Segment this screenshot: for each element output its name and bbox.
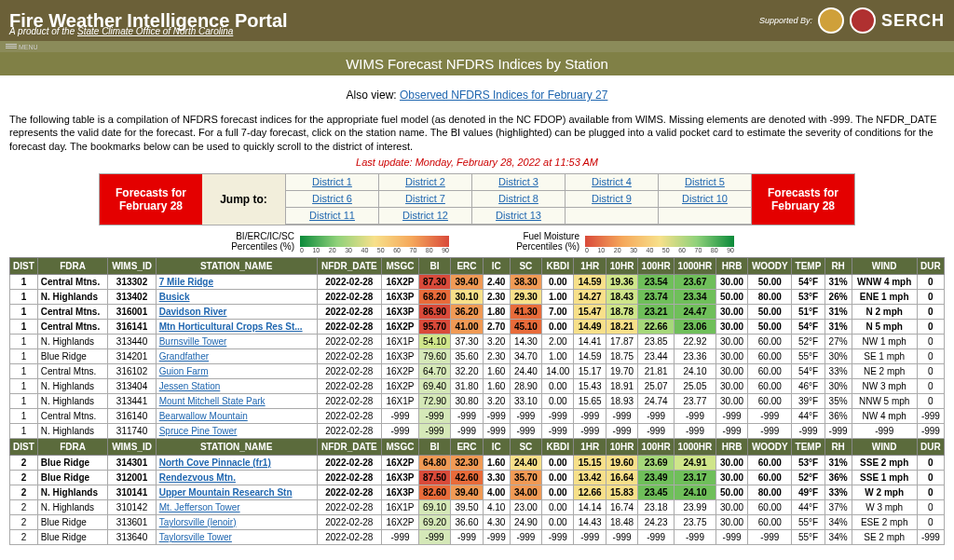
col-header: NFDR_DATE — [317, 257, 382, 274]
table-row: 1N. Highlands313440Burnsville Tower2022-… — [10, 334, 945, 348]
station-link[interactable]: Guion Farm — [159, 366, 209, 376]
district-link[interactable]: District 1 — [312, 176, 352, 187]
page-subhead: WIMS Forecast NFDRS Indices by Station — [0, 52, 954, 75]
district-link[interactable]: District 5 — [685, 176, 725, 187]
table-row: 1N. Highlands313441Mount Mitchell State … — [10, 393, 945, 408]
table-row: 1Blue Ridge314201Grandfather2022-02-2816… — [10, 348, 945, 363]
district-link[interactable]: District 7 — [405, 193, 445, 204]
col-header: TEMP — [792, 438, 825, 455]
col-header: 1000HR — [675, 438, 716, 455]
station-link[interactable]: Bearwallow Mountain — [159, 411, 248, 421]
station-link[interactable]: Davidson River — [159, 307, 227, 317]
district-link[interactable]: District 13 — [496, 210, 541, 221]
col-header: FDRA — [37, 257, 108, 274]
district-link[interactable]: District 12 — [402, 210, 448, 221]
station-link[interactable]: Busick — [159, 292, 190, 302]
district-link[interactable]: District 4 — [592, 176, 632, 187]
col-header: RH — [825, 438, 852, 455]
menu-icon[interactable] — [6, 43, 17, 50]
col-header: BI — [418, 438, 450, 455]
station-link[interactable]: Taylorsville (lenoir) — [159, 517, 237, 527]
jumpto-label: Jump to: — [202, 174, 286, 225]
col-header: KBDI — [542, 257, 574, 274]
col-header: IC — [483, 257, 510, 274]
nc-icon — [850, 7, 876, 34]
district-link[interactable]: District 6 — [312, 193, 352, 204]
table-row: 1N. Highlands311740Spruce Pine Tower2022… — [10, 423, 945, 438]
observed-link[interactable]: Observed NFDRS Indices for February 27 — [400, 89, 607, 102]
indices-table: DISTFDRAWIMS_IDSTATION_NAMENFDR_DATEMSGC… — [9, 257, 945, 545]
station-link[interactable]: Rendezvous Mtn. — [159, 472, 236, 483]
district-link[interactable]: District 8 — [498, 193, 538, 204]
table-row: 1Central Mtns.316001Davidson River2022-0… — [10, 304, 945, 319]
also-view: Also view: Observed NFDRS Indices for Fe… — [9, 89, 945, 102]
station-link[interactable]: Jessen Station — [159, 381, 221, 391]
menu-bar[interactable]: MENU — [0, 41, 954, 52]
description-text: The following table is a compilation of … — [9, 113, 945, 153]
legend-left-label: BI/ERC/IC/SC Percentiles (%) — [220, 231, 294, 252]
district-link[interactable]: District 3 — [498, 176, 538, 187]
supported-by-label: Supported By: — [759, 16, 812, 25]
gradient-fm-icon: 0102030405060708090 — [585, 236, 734, 247]
station-link[interactable]: Mtn Horticultural Crops Res St... — [159, 321, 303, 332]
col-header: MSGC — [382, 257, 419, 274]
col-header: 1HR — [574, 438, 606, 455]
subtitle-prefix: A product of the — [9, 26, 77, 36]
table-row: 1Central Mtns.316102Guion Farm2022-02-28… — [10, 363, 945, 378]
col-header: DUR — [917, 257, 944, 274]
table-row: 1N. Highlands313402Busick2022-02-2816X3P… — [10, 289, 945, 304]
col-header: MSGC — [382, 438, 419, 455]
last-update: Last update: Monday, February 28, 2022 a… — [9, 157, 945, 168]
station-link[interactable]: Mount Mitchell State Park — [159, 396, 266, 406]
station-link[interactable]: Spruce Pine Tower — [159, 426, 238, 436]
col-header: DUR — [917, 438, 944, 455]
table-row: 1Central Mtns.316140Bearwallow Mountain2… — [10, 408, 945, 423]
station-link[interactable]: Mt. Jefferson Tower — [159, 502, 240, 512]
sco-link[interactable]: State Climate Office of North Carolina — [77, 26, 233, 36]
col-header: 100HR — [638, 438, 675, 455]
col-header: ERC — [451, 438, 483, 455]
station-link[interactable]: Burnsville Tower — [159, 336, 227, 347]
col-header: SC — [510, 438, 541, 455]
district-link[interactable]: District 10 — [682, 193, 728, 204]
col-header: STATION_NAME — [156, 438, 317, 455]
station-link[interactable]: Upper Mountain Research Stn — [159, 487, 293, 498]
col-header: HRB — [716, 438, 747, 455]
table-row: 1Central Mtns.3133027 Mile Ridge2022-02-… — [10, 274, 945, 289]
jump-panel: Forecasts for February 28 Jump to: Distr… — [9, 173, 945, 225]
col-header: WIMS_ID — [108, 257, 156, 274]
district-grid: District 1District 6District 11District … — [286, 174, 752, 225]
station-link[interactable]: Grandfather — [159, 351, 209, 362]
gradient-erc-icon: 0102030405060708090 — [300, 236, 449, 247]
col-header: FDRA — [37, 438, 108, 455]
station-link[interactable]: Taylorsville Tower — [159, 532, 232, 542]
col-header: 100HR — [638, 257, 675, 274]
serch-logo: SERCH — [881, 11, 945, 31]
station-link[interactable]: 7 Mile Ridge — [159, 277, 213, 287]
col-header: WIND — [852, 438, 917, 455]
district-link[interactable]: District 9 — [592, 193, 632, 204]
col-header: WOODY — [748, 257, 792, 274]
menu-label: MENU — [19, 44, 38, 50]
col-header: 10HR — [606, 257, 637, 274]
table-row: 2N. Highlands310141Upper Mountain Resear… — [10, 485, 945, 499]
header-bar: Fire Weather Intelligence Portal A produ… — [0, 0, 954, 41]
district-link[interactable]: District 11 — [309, 210, 355, 221]
station-link[interactable]: North Cove Pinnacle (fr1) — [159, 458, 271, 468]
forecasts-left-button[interactable]: Forecasts for February 28 — [100, 174, 202, 225]
col-header: IC — [483, 438, 510, 455]
legend-row: BI/ERC/IC/SC Percentiles (%) 01020304050… — [9, 231, 945, 252]
col-header: 1000HR — [675, 257, 716, 274]
table-row: 1N. Highlands313404Jessen Station2022-02… — [10, 378, 945, 393]
table-row: 2Blue Ridge314301North Cove Pinnacle (fr… — [10, 455, 945, 470]
col-header: SC — [510, 257, 541, 274]
col-header: WIND — [852, 257, 917, 274]
col-header: KBDI — [542, 438, 574, 455]
col-header: 10HR — [606, 438, 637, 455]
col-header: WIMS_ID — [108, 438, 156, 455]
forecasts-right-button[interactable]: Forecasts for February 28 — [752, 174, 854, 225]
district-link[interactable]: District 2 — [405, 176, 445, 187]
table-row: 2Blue Ridge313601Taylorsville (lenoir)20… — [10, 514, 945, 529]
col-header: NFDR_DATE — [317, 438, 382, 455]
col-header: DIST — [10, 438, 38, 455]
